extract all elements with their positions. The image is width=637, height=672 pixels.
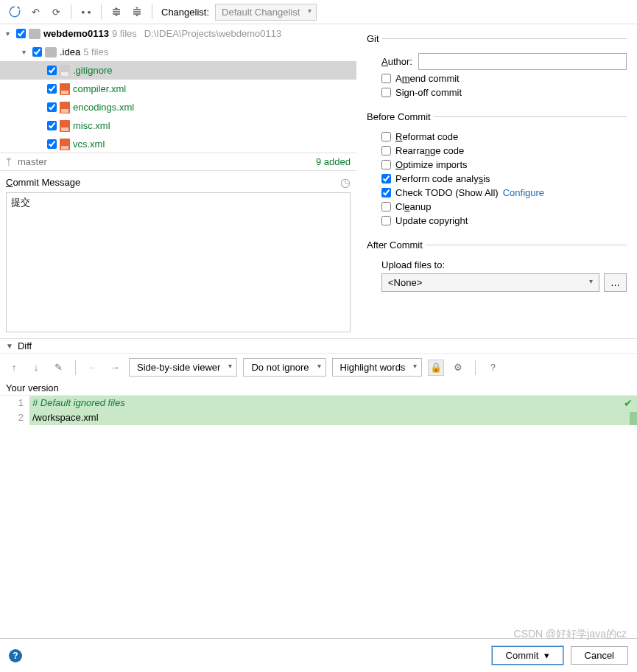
changelist-label: Changelist: — [161, 7, 209, 18]
analysis-checkbox[interactable] — [381, 174, 391, 183]
upload-browse-button[interactable]: … — [604, 273, 627, 292]
author-input[interactable] — [418, 53, 627, 70]
code-line: # Default ignored files — [29, 396, 637, 410]
after-legend: After Commit — [367, 239, 426, 251]
lock-icon[interactable]: 🔒 — [428, 360, 444, 376]
tree-file[interactable]: encodings.xml — [0, 98, 356, 116]
amend-checkbox[interactable] — [381, 74, 391, 83]
file-checkbox[interactable] — [47, 66, 57, 75]
back-icon[interactable]: ← — [85, 360, 101, 376]
help-diff-icon[interactable]: ? — [485, 360, 501, 376]
before-legend: Before Commit — [367, 111, 434, 122]
cleanup-checkbox[interactable] — [381, 202, 391, 211]
line-number: 2 — [0, 410, 24, 425]
tree-root-name: webdemo0113 — [43, 28, 109, 39]
commit-message-textarea[interactable]: 提交 — [6, 192, 351, 332]
code-lines[interactable]: # Default ignored files /workspace.xml ✔ — [29, 396, 637, 638]
folder-icon — [29, 29, 41, 39]
file-checkbox[interactable] — [47, 121, 57, 130]
reformat-label: Reformat code — [395, 131, 458, 142]
cancel-button[interactable]: Cancel — [571, 646, 628, 665]
commit-message-label: Commit Message — [6, 177, 80, 188]
marker-bar — [630, 412, 637, 425]
configure-link[interactable]: Configure — [503, 187, 544, 198]
file-tree: ▾ webdemo0113 9 files D:\IDEA\Projects\w… — [0, 24, 356, 153]
upload-select[interactable]: <None> — [381, 273, 599, 292]
file-icon — [60, 120, 70, 132]
highlight-combo[interactable]: Highlight words — [332, 358, 423, 377]
viewer-combo[interactable]: Side-by-side viewer — [129, 358, 237, 377]
code-area: 1 2 # Default ignored files /workspace.x… — [0, 395, 637, 639]
ignore-combo[interactable]: Do not ignore — [243, 358, 325, 377]
history-icon[interactable]: ◷ — [340, 175, 351, 189]
analysis-label: Perform code analysis — [395, 173, 490, 184]
copyright-label: Update copyright — [395, 215, 468, 226]
file-icon — [60, 102, 70, 113]
reformat-checkbox[interactable] — [381, 132, 391, 141]
signoff-checkbox[interactable] — [381, 88, 391, 97]
edit-icon[interactable]: ✎ — [50, 360, 66, 376]
diff-expander[interactable]: ▼ Diff — [0, 338, 637, 353]
refresh-icon[interactable] — [6, 3, 24, 21]
file-name: encodings.xml — [73, 102, 134, 113]
before-commit-fieldset: Before Commit Reformat code Rearrange co… — [367, 111, 627, 229]
tree-idea-name: .idea — [60, 46, 80, 57]
tree-idea-meta: 5 files — [83, 46, 108, 57]
tree-root-path: D:\IDEA\Projects\webdemo0113 — [144, 28, 281, 39]
tree-file[interactable]: vcs.xml — [0, 135, 356, 153]
file-icon — [60, 139, 70, 150]
changelist-combo[interactable]: Default Changelist — [215, 4, 317, 21]
optimize-checkbox[interactable] — [381, 160, 391, 169]
author-label: Author: — [381, 56, 412, 67]
tree-root-checkbox[interactable] — [16, 29, 26, 38]
git-fieldset: Git Author: Amend commit Sign-off commit — [367, 33, 627, 101]
code-line: /workspace.xml — [29, 410, 637, 425]
file-name: compiler.xml — [73, 83, 126, 94]
file-name: vcs.xml — [73, 139, 105, 150]
file-checkbox[interactable] — [47, 84, 57, 94]
diff-label: Diff — [18, 340, 32, 351]
amend-label: Amend commit — [395, 73, 460, 84]
branch-bar: ᛘ master 9 added — [0, 153, 356, 171]
commit-button[interactable]: Commit ▾ — [492, 646, 563, 665]
gear-icon[interactable]: ⚙ — [450, 360, 466, 376]
undo-icon[interactable]: ↶ — [27, 3, 44, 21]
tree-file[interactable]: .gitignore — [0, 61, 356, 80]
help-icon[interactable]: ? — [9, 649, 22, 662]
prev-diff-icon[interactable]: ↑ — [6, 360, 22, 376]
tree-file[interactable]: compiler.xml — [0, 80, 356, 98]
bottom-bar: ? Commit ▾ Cancel — [0, 639, 637, 672]
redo-icon[interactable]: ⟳ — [47, 3, 65, 21]
right-pane: Git Author: Amend commit Sign-off commit… — [356, 24, 637, 338]
expand-icon[interactable] — [108, 3, 125, 21]
group-icon[interactable]: ▪ ▪ — [77, 3, 95, 21]
rearrange-checkbox[interactable] — [381, 146, 391, 155]
todo-checkbox[interactable] — [381, 188, 391, 197]
file-checkbox[interactable] — [47, 139, 57, 149]
tree-file[interactable]: misc.xml — [0, 116, 356, 135]
tree-idea-checkbox[interactable] — [32, 47, 42, 57]
rearrange-label: Rearrange code — [395, 145, 464, 156]
optimize-label: Optimize imports — [395, 159, 468, 170]
branch-icon: ᛘ — [6, 156, 12, 167]
after-commit-fieldset: After Commit Upload files to: <None> … — [367, 239, 627, 295]
branch-name: master — [18, 156, 47, 167]
chevron-down-icon: ▼ — [6, 342, 13, 350]
file-icon — [60, 65, 70, 77]
diff-toolbar: ↑ ↓ ✎ ← → Side-by-side viewer Do not ign… — [0, 353, 637, 381]
forward-icon[interactable]: → — [107, 360, 123, 376]
copyright-checkbox[interactable] — [381, 216, 391, 225]
line-number: 1 — [0, 396, 24, 410]
added-count: 9 added — [316, 156, 351, 167]
tree-root[interactable]: ▾ webdemo0113 9 files D:\IDEA\Projects\w… — [0, 24, 356, 43]
file-checkbox[interactable] — [47, 102, 57, 112]
todo-label: Check TODO (Show All) — [395, 187, 499, 198]
file-icon — [60, 83, 70, 95]
commit-message-header: Commit Message ◷ — [0, 171, 356, 191]
next-diff-icon[interactable]: ↓ — [28, 360, 44, 376]
collapse-icon[interactable] — [128, 3, 146, 21]
main-toolbar: ↶ ⟳ ▪ ▪ Changelist: Default Changelist — [0, 0, 637, 24]
signoff-label: Sign-off commit — [395, 87, 462, 98]
left-pane: ▾ webdemo0113 9 files D:\IDEA\Projects\w… — [0, 24, 356, 338]
tree-idea[interactable]: ▾ .idea 5 files — [0, 43, 356, 61]
